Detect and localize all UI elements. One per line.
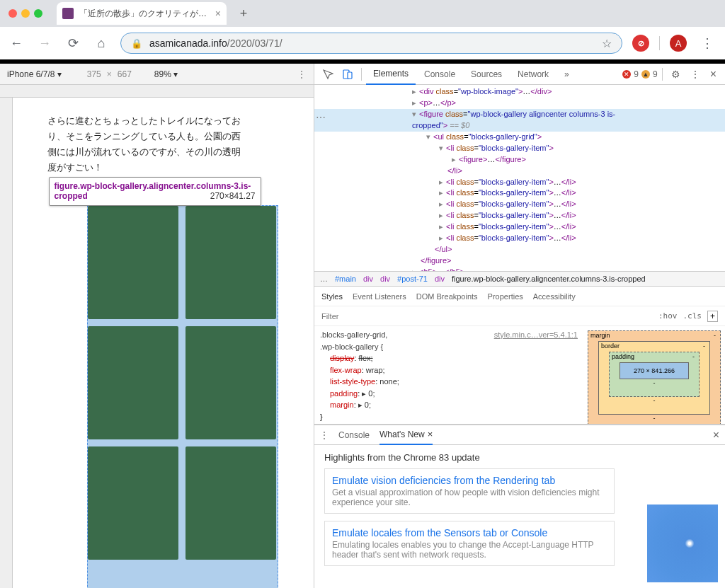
device-width[interactable]: 375 <box>87 69 101 79</box>
preview-canvas[interactable]: さらに進むとちょっとしたトレイルになっており、そこをランニングしている人も。公園… <box>13 98 314 588</box>
device-preview-pane: iPhone 6/7/8 ▾ 375 × 667 89% ▾ ⋮ さらに進むとち… <box>0 64 314 588</box>
styles-tab-properties[interactable]: Properties <box>488 292 523 301</box>
window-maximize-icon[interactable] <box>34 9 42 18</box>
feature-title: Emulate locales from the Sensors tab or … <box>332 527 607 538</box>
bookmark-icon[interactable]: ☆ <box>602 37 612 50</box>
error-count[interactable]: 9 <box>634 69 639 79</box>
home-button[interactable]: ⌂ <box>92 34 110 52</box>
breadcrumb-item[interactable]: div <box>435 275 445 283</box>
device-selector[interactable]: iPhone 6/7/8 ▾ <box>7 69 62 79</box>
new-tab-button[interactable]: + <box>234 4 253 23</box>
box-model[interactable]: margin- border- padding- 270 × 841.266 -… <box>583 326 725 424</box>
styles-filter-input[interactable] <box>321 312 477 321</box>
url-domain: asamicanada.info <box>149 38 227 49</box>
styles-filter-bar: :hov .cls + <box>314 306 725 326</box>
divider <box>659 36 660 50</box>
ruler-horizontal <box>0 85 314 98</box>
styles-tab-listeners[interactable]: Event Listeners <box>353 292 406 301</box>
browser-menu-button[interactable]: ⋮ <box>697 35 718 51</box>
css-selector: .wp-block-gallery { <box>320 341 578 353</box>
toggle-device-toolbar-button[interactable] <box>338 65 357 83</box>
device-toolbar: iPhone 6/7/8 ▾ 375 × 667 89% ▾ ⋮ <box>0 64 314 85</box>
dom-breadcrumb[interactable]: … #main div div #post-71 div figure.wp-b… <box>314 271 725 287</box>
breadcrumb-item[interactable]: div <box>380 275 390 283</box>
browser-chrome: 「近所の散歩」のクオリティが… × + ← → ⟳ ⌂ 🔒 asamicanad… <box>0 0 725 59</box>
tab-sources[interactable]: Sources <box>464 64 509 85</box>
feature-title: Emulate vision deficiencies from the Ren… <box>332 475 607 486</box>
preview-wrap: さらに進むとちょっとしたトレイルになっており、そこをランニングしている人も。公園… <box>0 85 314 588</box>
tab-console[interactable]: Console <box>417 64 462 85</box>
browser-tab[interactable]: 「近所の散歩」のクオリティが… × <box>57 2 227 25</box>
drawer-tab-console[interactable]: Console <box>338 430 370 440</box>
devtools-toolbar: Elements Console Sources Network » ✕ 9 ▲… <box>314 64 725 85</box>
tab-overflow-icon[interactable]: » <box>557 64 576 85</box>
inspect-element-button[interactable] <box>319 65 337 83</box>
window-close-icon[interactable] <box>8 9 17 18</box>
url-input[interactable]: 🔒 asamicanada.info/2020/03/71/ ☆ <box>120 33 622 54</box>
css-source-link[interactable]: style.min.c…ver=5.4.1:1 <box>494 329 578 341</box>
reload-button[interactable]: ⟳ <box>64 34 82 52</box>
gallery-image <box>185 446 276 560</box>
warning-icon[interactable]: ▲ <box>641 70 650 79</box>
drawer-body: Highlights from the Chrome 83 update Emu… <box>314 445 725 588</box>
feature-desc: Get a visual approximation of how people… <box>332 488 607 507</box>
gallery-image <box>88 326 178 439</box>
drawer-tabs: ⋮ Console What's New × × <box>314 425 725 445</box>
devtools-menu-button[interactable]: ⋮ <box>686 69 704 80</box>
drawer: ⋮ Console What's New × × Highlights from… <box>314 425 725 588</box>
back-button[interactable]: ← <box>7 34 25 52</box>
address-bar: ← → ⟳ ⌂ 🔒 asamicanada.info/2020/03/71/ ☆… <box>0 27 725 59</box>
css-prop: display <box>330 352 354 364</box>
gallery-image <box>185 206 276 319</box>
extension-icon[interactable]: ⊘ <box>632 35 649 52</box>
styles-tab-breakpoints[interactable]: DOM Breakpoints <box>416 292 478 301</box>
tab-network[interactable]: Network <box>510 64 556 85</box>
feature-card[interactable]: Emulate locales from the Sensors tab or … <box>324 521 615 566</box>
drawer-menu-icon[interactable]: ⋮ <box>320 430 329 440</box>
warning-count[interactable]: 9 <box>653 69 658 79</box>
feature-card[interactable]: Emulate vision deficiencies from the Ren… <box>324 468 615 514</box>
window-minimize-icon[interactable] <box>21 9 30 18</box>
breadcrumb-item[interactable]: #post-71 <box>397 275 428 283</box>
article-paragraph: さらに進むとちょっとしたトレイルになっており、そこをランニングしている人も。公園… <box>45 109 282 180</box>
dom-overflow-indicator: ⋯ <box>316 110 326 125</box>
cls-toggle[interactable]: .cls <box>683 311 702 321</box>
new-style-rule-button[interactable]: + <box>707 311 718 322</box>
box-model-content: 270 × 841.266 <box>620 362 689 379</box>
device-height[interactable]: 667 <box>118 69 132 79</box>
zoom-selector[interactable]: 89% ▾ <box>154 69 178 79</box>
styles-tab-styles[interactable]: Styles <box>321 292 343 301</box>
ruler-vertical <box>0 98 13 588</box>
drawer-close-button[interactable]: × <box>713 429 719 442</box>
profile-avatar[interactable]: A <box>670 35 687 52</box>
feature-illustration <box>647 505 718 582</box>
css-close-brace: } <box>320 411 578 423</box>
devtools-settings-button[interactable]: ⚙ <box>667 69 685 80</box>
device-menu-icon[interactable]: ⋮ <box>297 69 307 80</box>
css-prop: padding <box>330 388 358 400</box>
tab-elements[interactable]: Elements <box>366 64 416 85</box>
css-prop: flex-wrap <box>330 364 362 376</box>
favicon-icon <box>62 8 74 19</box>
tab-close-icon[interactable]: × <box>215 8 221 19</box>
breadcrumb-item[interactable]: div <box>363 275 373 283</box>
breadcrumb-item[interactable]: #main <box>335 275 356 283</box>
breadcrumb-item-active[interactable]: figure.wp-block-gallery.aligncenter.colu… <box>452 275 646 283</box>
dimension-separator: × <box>107 69 112 79</box>
element-tooltip: figure.wp-block-gallery.aligncenter.colu… <box>49 177 261 206</box>
devtools-close-button[interactable]: × <box>706 68 721 81</box>
styles-tab-accessibility[interactable]: Accessibility <box>533 292 576 301</box>
highlighted-element-overlay <box>87 205 278 588</box>
mobile-viewport: さらに進むとちょっとしたトレイルになっており、そこをランニングしている人も。公園… <box>45 109 282 588</box>
gallery-image <box>88 446 178 560</box>
forward-button[interactable]: → <box>35 34 54 52</box>
dom-tree[interactable]: ⋯ ▸<div class="wp-block-image">…</div> ▸… <box>314 85 725 271</box>
feature-desc: Emulating locales enables you to change … <box>332 540 607 560</box>
breadcrumb-item[interactable]: … <box>320 275 328 283</box>
drawer-tab-whatsnew[interactable]: What's New × <box>379 425 433 445</box>
css-selector: .blocks-gallery-grid, <box>320 330 387 339</box>
css-rules[interactable]: .blocks-gallery-grid,style.min.c…ver=5.4… <box>314 326 583 424</box>
css-prop: margin <box>330 399 354 411</box>
hov-toggle[interactable]: :hov <box>658 311 678 321</box>
error-icon[interactable]: ✕ <box>622 70 631 79</box>
